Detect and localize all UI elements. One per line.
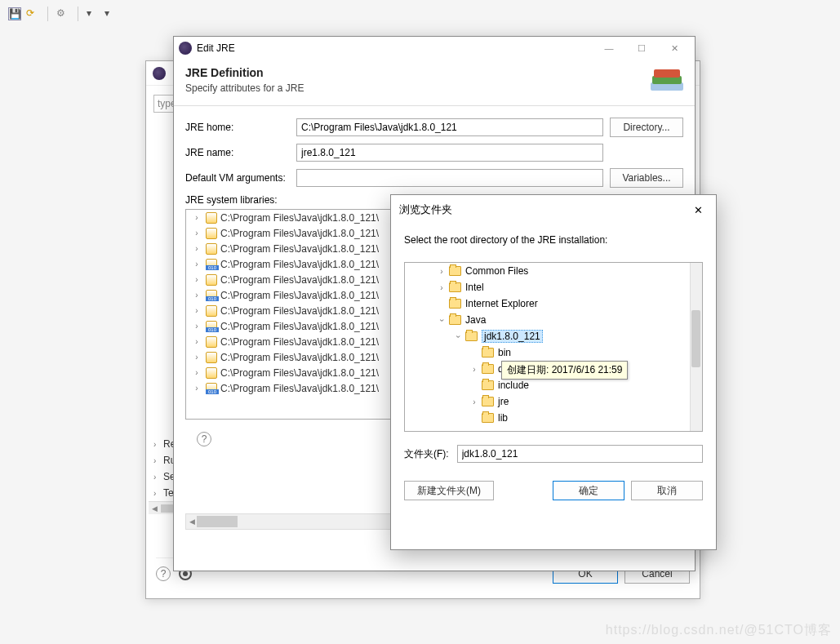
tree-node-label[interactable]: Intel — [465, 282, 484, 293]
close-button[interactable]: ✕ — [659, 38, 690, 58]
tree-node-label[interactable]: Common Files — [465, 265, 528, 277]
dialog-title: JRE Definition — [185, 66, 683, 79]
save-icon[interactable]: 💾 — [8, 7, 21, 20]
variables-button[interactable]: Variables... — [610, 168, 683, 188]
tree-node-label[interactable]: bin — [498, 347, 511, 358]
jar-icon — [206, 336, 217, 348]
refresh-icon[interactable]: ⟳ — [26, 7, 39, 20]
library-path: C:\Program Files\Java\jdk1.8.0_121\ — [220, 274, 379, 286]
browse-titlebar: 浏览文件夹 ✕ — [391, 195, 716, 224]
tree-node-label[interactable]: include — [498, 380, 529, 391]
maximize-button[interactable]: ☐ — [626, 38, 657, 58]
vm-args-input[interactable] — [296, 169, 603, 187]
chevron-right-icon[interactable]: › — [191, 353, 202, 362]
folder-icon — [482, 364, 494, 374]
jar-icon — [206, 352, 217, 363]
folder-icon — [482, 380, 494, 390]
chevron-right-icon[interactable]: › — [191, 306, 202, 315]
folder-icon — [465, 331, 478, 341]
chevron-right-icon[interactable]: › — [191, 291, 202, 300]
gear-icon[interactable]: ⚙ — [56, 7, 69, 20]
browse-folder-dialog: 浏览文件夹 ✕ Select the root directory of the… — [390, 194, 717, 550]
help-icon[interactable]: ? — [197, 432, 211, 446]
library-path: C:\Program Files\Java\jdk1.8.0_121\ — [220, 336, 379, 348]
folder-icon — [449, 266, 461, 276]
folder-label: 文件夹(F): — [404, 447, 449, 461]
folder-icon — [449, 299, 461, 309]
chevron-right-icon[interactable]: › — [436, 283, 447, 292]
vertical-scrollbar[interactable] — [690, 263, 702, 431]
library-path: C:\Program Files\Java\jdk1.8.0_121\ — [220, 290, 379, 301]
jre-name-input[interactable] — [296, 144, 603, 162]
jre-home-input[interactable] — [296, 118, 603, 136]
jar-icon — [206, 321, 217, 332]
scroll-thumb[interactable] — [691, 310, 700, 367]
folder-field-row: 文件夹(F): — [391, 438, 716, 469]
minimize-button[interactable]: — — [593, 38, 624, 58]
tree-node-label[interactable]: Internet Explorer — [465, 298, 538, 309]
tree-node-label[interactable]: Java — [465, 314, 486, 326]
chevron-down-icon[interactable]: › — [438, 314, 447, 326]
jar-icon — [206, 383, 217, 394]
chevron-right-icon[interactable]: › — [191, 260, 202, 269]
tree-node-label[interactable]: lib — [498, 412, 508, 424]
library-path: C:\Program Files\Java\jdk1.8.0_121\ — [220, 243, 379, 255]
jar-icon — [206, 212, 217, 224]
chevron-right-icon[interactable]: › — [436, 267, 447, 276]
eclipse-icon — [153, 67, 166, 80]
chevron-right-icon[interactable]: › — [191, 229, 202, 238]
watermark: https://blog.csdn.net/@51CTO博客 — [606, 622, 832, 639]
dropdown-icon[interactable]: ▾ — [104, 7, 118, 20]
chevron-right-icon: › — [153, 473, 163, 482]
library-path: C:\Program Files\Java\jdk1.8.0_121\ — [220, 212, 379, 224]
directory-button[interactable]: Directory... — [610, 118, 683, 137]
books-icon — [647, 64, 687, 97]
vm-args-label: Default VM arguments: — [185, 172, 290, 184]
folder-tree[interactable]: ›Common Files ›Intel Internet Explorer ›… — [404, 262, 703, 432]
scroll-thumb[interactable] — [197, 516, 238, 527]
chevron-right-icon[interactable]: › — [191, 322, 202, 331]
jar-icon — [206, 305, 217, 317]
tooltip: 创建日期: 2017/6/16 21:59 — [501, 361, 628, 380]
library-path: C:\Program Files\Java\jdk1.8.0_121\ — [220, 259, 379, 270]
library-path: C:\Program Files\Java\jdk1.8.0_121\ — [220, 305, 379, 317]
chevron-right-icon[interactable]: › — [191, 244, 202, 253]
browse-buttons: 新建文件夹(M) 确定 取消 — [391, 469, 716, 512]
dialog-header: JRE Definition Specify attributes for a … — [174, 60, 695, 106]
eclipse-icon — [179, 42, 192, 55]
folder-icon — [449, 282, 461, 292]
jar-icon — [206, 290, 217, 301]
jre-home-label: JRE home: — [185, 122, 290, 133]
separator — [47, 7, 48, 21]
dropdown-icon[interactable]: ▾ — [87, 7, 100, 20]
new-folder-button[interactable]: 新建文件夹(M) — [404, 481, 494, 500]
chevron-right-icon[interactable]: › — [191, 384, 202, 393]
chevron-right-icon[interactable]: › — [469, 365, 480, 374]
jar-icon — [206, 228, 217, 239]
chevron-down-icon[interactable]: › — [454, 331, 463, 342]
chevron-right-icon: › — [153, 456, 163, 465]
chevron-right-icon[interactable]: › — [191, 213, 202, 222]
chevron-right-icon[interactable]: › — [191, 337, 202, 346]
library-path: C:\Program Files\Java\jdk1.8.0_121\ — [220, 321, 379, 332]
edit-jre-titlebar: Edit JRE — ☐ ✕ — [174, 37, 695, 60]
folder-input[interactable] — [457, 445, 703, 463]
close-button[interactable]: ✕ — [688, 200, 708, 220]
chevron-right-icon[interactable]: › — [469, 398, 480, 406]
window-title: Edit JRE — [197, 42, 235, 54]
help-icon[interactable]: ? — [156, 566, 171, 581]
ok-button[interactable]: 确定 — [553, 481, 624, 500]
library-path: C:\Program Files\Java\jdk1.8.0_121\ — [220, 228, 379, 239]
tree-node-label[interactable]: jre — [498, 396, 509, 407]
library-path: C:\Program Files\Java\jdk1.8.0_121\ — [220, 383, 379, 394]
jar-icon — [206, 367, 217, 379]
library-path: C:\Program Files\Java\jdk1.8.0_121\ — [220, 352, 379, 363]
jar-icon — [206, 259, 217, 270]
library-path: C:\Program Files\Java\jdk1.8.0_121\ — [220, 367, 379, 379]
chevron-right-icon[interactable]: › — [191, 275, 202, 284]
jar-icon — [206, 243, 217, 255]
tree-node-selected[interactable]: jdk1.8.0_121 — [482, 330, 543, 343]
chevron-right-icon: › — [153, 489, 163, 498]
chevron-right-icon[interactable]: › — [191, 368, 202, 377]
cancel-button[interactable]: 取消 — [631, 481, 703, 500]
